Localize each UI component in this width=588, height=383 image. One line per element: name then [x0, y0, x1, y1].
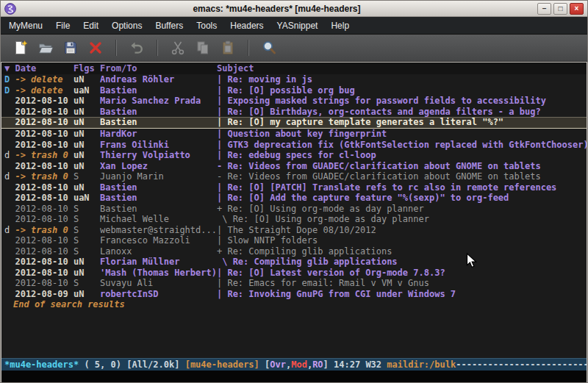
- cell-flags: S: [74, 225, 100, 236]
- cell-from: Michael Welle: [100, 214, 217, 225]
- message-row[interactable]: 2012-08-10uaNBastien| Re: [O] Add the ca…: [1, 193, 587, 204]
- cell-mark: [4, 96, 15, 107]
- cell-mark: D: [4, 85, 15, 96]
- cell-date: 2012-08-10: [15, 214, 73, 225]
- header-rows: D-> deleteuNAndreas Röhler| Re: moving i…: [1, 74, 587, 299]
- mode-line: *mu4e-headers* ( 5, 0) [All/2.0k] [mu4e-…: [1, 358, 587, 371]
- cell-from: Bastien: [100, 193, 217, 204]
- copy-icon: [195, 40, 211, 56]
- toolbar-separator: [248, 40, 249, 56]
- cell-flags: uN: [74, 182, 100, 193]
- cell-from: Francesco Mazzoli: [100, 235, 217, 246]
- cell-date: 2012-08-10: [15, 118, 73, 128]
- cell-flags: S: [74, 235, 100, 246]
- message-row[interactable]: 2012-08-10uNXan Lopez- Re: Videos from G…: [1, 161, 587, 172]
- message-row[interactable]: 2012-08-10SLanoxx+ Re: Compiling glib ap…: [1, 246, 587, 257]
- minibuffer[interactable]: [1, 371, 587, 382]
- message-row[interactable]: d-> trash 0SJuanjo Marin- Re: Videos fro…: [1, 171, 587, 182]
- undo-button: [124, 37, 149, 59]
- menu-item-headers[interactable]: Headers: [223, 17, 270, 34]
- message-row[interactable]: D-> deleteuNAndreas Röhler| Re: moving i…: [1, 74, 587, 85]
- message-row[interactable]: 2012-08-10uNBastien| Re: [O] my capture …: [1, 117, 587, 129]
- cell-date: 2012-08-10: [15, 278, 73, 289]
- save-buffer-button[interactable]: [58, 37, 83, 59]
- cell-subject: \ Re: Compiling glib applications: [217, 257, 587, 268]
- menu-item-help[interactable]: Help: [324, 17, 356, 34]
- menu-item-tools[interactable]: Tools: [190, 17, 223, 34]
- column-header-subject[interactable]: Subject: [217, 62, 587, 74]
- cell-subject: + Re: [O] Using org-mode as day planner: [217, 204, 587, 215]
- menu-item-file[interactable]: File: [49, 17, 76, 34]
- message-row[interactable]: 2012-08-10uNMario Sanchez Prada| Exposin…: [1, 96, 587, 107]
- menu-item-mymenu[interactable]: MyMenu: [2, 17, 49, 34]
- cell-mark: [4, 257, 15, 268]
- modeline-segment: ]: [323, 359, 334, 370]
- cell-from: HardKor: [100, 129, 217, 140]
- modeline-segment: Ovr: [270, 359, 286, 370]
- window-title: emacs: *mu4e-headers* [mu4e-headers]: [19, 4, 534, 14]
- cell-subject: | GTK3 deprecation fix (GtkFontSelection…: [217, 140, 587, 151]
- message-row[interactable]: 2012-08-10uN'Mash (Thomas Herbert)| Re: …: [1, 268, 587, 279]
- message-row[interactable]: 2012-08-10uNBastien| Re: [O] [PATCH] Tra…: [1, 182, 587, 193]
- message-row[interactable]: 2012-08-09uNrobertcInSD| Re: Invoking Gn…: [1, 289, 587, 300]
- message-row[interactable]: 2012-08-10SSuvayu Ali| Re: Emacs for ema…: [1, 278, 587, 289]
- cell-mark: d: [4, 225, 15, 236]
- maximize-button[interactable]: □: [553, 3, 567, 15]
- menu-item-yasnippet[interactable]: YASnippet: [270, 17, 325, 34]
- cell-subject: | Re: [O] Birthdays, org-contacts and ag…: [217, 107, 587, 118]
- cell-mark: d: [4, 150, 15, 161]
- message-row[interactable]: 2012-08-10SBastien+ Re: [O] Using org-mo…: [1, 204, 587, 215]
- cell-mark: [4, 193, 15, 204]
- cell-from: Bastien: [100, 182, 217, 193]
- message-row[interactable]: 2012-08-10uNHardKor| Question about key …: [1, 129, 587, 140]
- message-row[interactable]: d-> trash 0Swebmaster@straightd...| The …: [1, 225, 587, 236]
- minimize-button[interactable]: –: [537, 3, 551, 15]
- cell-date: 2012-08-10: [15, 182, 73, 193]
- cell-mark: [4, 161, 15, 172]
- cell-flags: S: [74, 246, 100, 257]
- cell-from: robertcInSD: [100, 289, 217, 300]
- modeline-segment: [: [259, 359, 270, 370]
- cell-from: Juanjo Marin: [100, 171, 217, 182]
- column-header-date[interactable]: ▼ Date: [4, 62, 74, 74]
- message-row[interactable]: 2012-08-10SFrancesco Mazzoli| Slow NNTP …: [1, 235, 587, 246]
- cell-flags: S: [74, 204, 100, 215]
- menu-item-buffers[interactable]: Buffers: [148, 17, 190, 34]
- cell-subject: | Re: moving in js: [217, 74, 587, 85]
- message-row[interactable]: 2012-08-10uNFlorian Müllner \ Re: Compil…: [1, 257, 587, 268]
- end-of-results: End of search results: [1, 299, 587, 310]
- tool-bar: [1, 35, 587, 62]
- message-row[interactable]: d-> trash 0uNThierry Volpiatto| Re: edeb…: [1, 150, 587, 161]
- scissors-icon: [170, 40, 186, 56]
- message-row[interactable]: 2012-08-10uNFrans Oilinki| GTK3 deprecat…: [1, 140, 587, 151]
- cell-flags: S: [74, 214, 100, 225]
- menu-item-edit[interactable]: Edit: [76, 17, 105, 34]
- close-button[interactable]: ×: [570, 3, 584, 15]
- cell-mark: [4, 235, 15, 246]
- cell-from: webmaster@straightd...: [100, 225, 217, 236]
- new-file-button[interactable]: [8, 37, 33, 59]
- cell-flags: uN: [74, 140, 100, 151]
- title-bar[interactable]: emacs: *mu4e-headers* [mu4e-headers] –□×: [1, 1, 587, 17]
- open-file-button[interactable]: [33, 37, 58, 59]
- cell-flags: S: [74, 278, 100, 289]
- close-buffer-button[interactable]: [83, 37, 108, 59]
- cell-date: 2012-08-10: [15, 204, 73, 215]
- cell-subject: | Re: Invoking GnuPG from CGI under Wind…: [217, 289, 587, 300]
- message-row[interactable]: 2012-08-10SMichael Welle \ Re: [O] Using…: [1, 214, 587, 225]
- message-row[interactable]: 2012-08-10uNBastien| Re: [O] Birthdays, …: [1, 107, 587, 118]
- cell-date: -> trash 0: [15, 150, 73, 161]
- cell-flags: uN: [74, 161, 100, 172]
- cell-flags: uN: [74, 289, 100, 300]
- cell-mark: D: [4, 74, 15, 85]
- modeline-segment: --------------------------------: [456, 359, 587, 370]
- message-row[interactable]: D-> deleteuaNBastien| Re: [O] possible o…: [1, 85, 587, 96]
- cell-date: 2012-08-10: [15, 140, 73, 151]
- cell-flags: uN: [74, 74, 100, 85]
- column-header-flags[interactable]: Flgs: [74, 62, 100, 74]
- cell-subject: | Re: [O] Add the capture feature "%(sex…: [217, 193, 587, 204]
- cell-from: Mario Sanchez Prada: [100, 96, 217, 107]
- menu-item-options[interactable]: Options: [105, 17, 148, 34]
- search-button[interactable]: [257, 37, 282, 59]
- column-header-from[interactable]: From/To: [100, 62, 217, 74]
